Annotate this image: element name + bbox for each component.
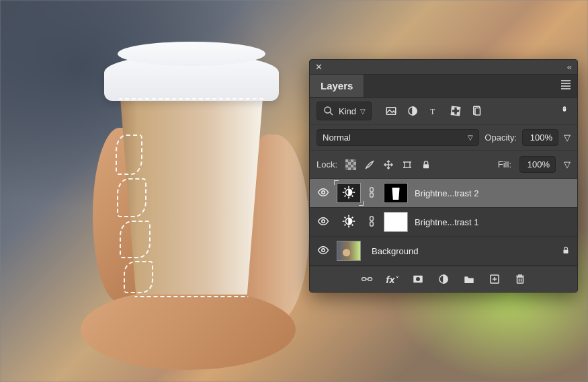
- shape-filter-icon[interactable]: [450, 105, 462, 117]
- visibility-toggle-icon[interactable]: [317, 215, 330, 229]
- svg-point-7: [457, 108, 459, 110]
- svg-rect-15: [345, 159, 348, 162]
- panel-menu-icon[interactable]: [554, 79, 577, 93]
- filter-toggle-icon[interactable]: [558, 105, 571, 117]
- chevron-down-icon: ▽: [468, 134, 473, 141]
- panel-tabs: Layers: [310, 75, 577, 98]
- link-mask-icon[interactable]: [368, 187, 377, 200]
- svg-rect-56: [564, 250, 569, 253]
- visibility-toggle-icon[interactable]: [317, 186, 330, 200]
- brush-icon[interactable]: [364, 159, 375, 170]
- add-adjustment-icon[interactable]: [437, 273, 450, 285]
- image-filter-icon[interactable]: [385, 105, 397, 117]
- svg-rect-30: [423, 164, 429, 168]
- svg-rect-17: [348, 162, 351, 165]
- layers-bottom-toolbar: fx˅: [310, 266, 577, 292]
- svg-point-13: [563, 108, 565, 110]
- visibility-toggle-icon[interactable]: [317, 244, 330, 258]
- filter-kind-label: Kind: [339, 106, 356, 116]
- svg-rect-53: [370, 216, 374, 220]
- tab-layers[interactable]: Layers: [310, 75, 364, 97]
- filter-row: Kind ▽ T: [310, 98, 577, 125]
- svg-point-8: [452, 112, 454, 114]
- svg-rect-20: [351, 165, 353, 167]
- layer-name[interactable]: Brightne...trast 2: [415, 188, 571, 198]
- brightness-contrast-icon: [341, 214, 356, 231]
- layer-item[interactable]: Brightne...trast 2: [310, 179, 577, 208]
- svg-rect-41: [370, 187, 374, 191]
- svg-rect-65: [517, 277, 523, 283]
- lock-label: Lock:: [317, 159, 337, 169]
- move-icon[interactable]: [383, 159, 394, 170]
- fill-label: Fill:: [498, 159, 511, 169]
- svg-line-37: [345, 188, 346, 189]
- svg-rect-21: [348, 167, 351, 170]
- blend-row: Normal ▽ Opacity: 100% ▽: [310, 125, 577, 151]
- link-mask-icon[interactable]: [368, 216, 377, 229]
- svg-rect-25: [405, 162, 410, 167]
- trash-icon[interactable]: [514, 273, 526, 285]
- opacity-label: Opacity:: [485, 132, 517, 143]
- svg-line-49: [345, 217, 346, 218]
- layer-mask-thumb[interactable]: [384, 212, 408, 232]
- svg-text:T: T: [430, 107, 435, 116]
- svg-point-0: [325, 107, 331, 113]
- blend-mode-value: Normal: [323, 132, 351, 143]
- brightness-contrast-icon: [341, 185, 356, 202]
- blend-mode-dropdown[interactable]: Normal ▽: [317, 129, 479, 146]
- svg-rect-22: [353, 167, 356, 170]
- svg-rect-58: [368, 278, 372, 281]
- svg-rect-42: [370, 192, 374, 196]
- lock-icon[interactable]: [561, 245, 571, 257]
- svg-point-60: [416, 277, 420, 281]
- collapse-icon[interactable]: «: [567, 62, 572, 72]
- layer-name[interactable]: Background: [372, 246, 554, 256]
- layer-thumb[interactable]: [337, 241, 361, 261]
- adjustment-thumb[interactable]: [337, 212, 361, 232]
- svg-line-38: [352, 195, 353, 196]
- chevron-down-icon[interactable]: ▽: [564, 132, 571, 143]
- svg-point-43: [322, 219, 325, 223]
- chevron-down-icon[interactable]: ▽: [564, 159, 571, 169]
- svg-point-55: [322, 248, 325, 252]
- svg-line-50: [352, 224, 353, 225]
- svg-line-52: [352, 217, 353, 218]
- filter-kind-dropdown[interactable]: Kind ▽: [317, 102, 372, 120]
- svg-point-9: [457, 112, 459, 114]
- adjustment-filter-icon[interactable]: [407, 105, 419, 117]
- link-layers-icon[interactable]: [361, 273, 373, 285]
- layer-name[interactable]: Brightne...trast 1: [415, 217, 571, 227]
- svg-line-39: [345, 195, 346, 196]
- fill-input[interactable]: 100%: [519, 156, 556, 173]
- search-icon: [323, 105, 335, 117]
- chevron-down-icon: ▽: [360, 108, 366, 115]
- fx-icon[interactable]: fx˅: [386, 273, 398, 285]
- smartobject-filter-icon[interactable]: [471, 105, 483, 117]
- svg-point-31: [322, 190, 325, 194]
- opacity-input[interactable]: 100%: [522, 129, 558, 146]
- svg-rect-16: [351, 159, 353, 162]
- add-mask-icon[interactable]: [412, 273, 424, 285]
- svg-point-6: [452, 108, 454, 110]
- layer-item[interactable]: Brightne...trast 1: [310, 208, 577, 237]
- svg-rect-18: [353, 162, 356, 165]
- coffee-cup-body: [114, 100, 269, 295]
- type-filter-icon[interactable]: T: [428, 105, 440, 117]
- artboard-lock-icon[interactable]: [402, 159, 413, 170]
- lock-all-icon[interactable]: [421, 159, 431, 170]
- layer-item[interactable]: Background: [310, 237, 577, 266]
- add-group-icon[interactable]: [463, 273, 475, 285]
- close-icon[interactable]: ✕: [315, 62, 323, 72]
- new-layer-icon[interactable]: [489, 273, 501, 285]
- coffee-cup-lid: [104, 54, 279, 101]
- svg-rect-54: [370, 221, 374, 225]
- layer-mask-thumb[interactable]: [384, 183, 408, 203]
- layers-list: Brightne...trast 2 Brightne...trast 1: [310, 179, 577, 266]
- svg-rect-11: [475, 108, 480, 116]
- lock-transparent-icon[interactable]: [345, 159, 356, 170]
- adjustment-thumb[interactable]: [337, 183, 361, 203]
- svg-rect-57: [362, 278, 366, 281]
- svg-line-1: [330, 112, 333, 115]
- lock-row: Lock: Fill: 100% ▽: [310, 151, 577, 179]
- svg-line-51: [345, 224, 346, 225]
